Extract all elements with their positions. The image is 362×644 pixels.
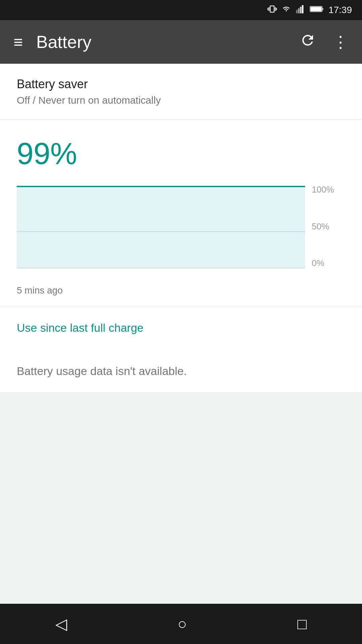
status-bar: 17:39 bbox=[0, 0, 362, 20]
battery-level-section: 99% 100% 50% 0% 5 mins ago bbox=[0, 120, 362, 306]
battery-saver-subtitle: Off / Never turn on automatically bbox=[17, 95, 345, 106]
battery-saver-title: Battery saver bbox=[17, 77, 345, 91]
use-since-section[interactable]: Use since last full charge bbox=[0, 306, 362, 350]
svg-rect-3 bbox=[302, 5, 304, 13]
menu-icon[interactable]: ≡ bbox=[10, 30, 26, 55]
chart-label-50: 50% bbox=[312, 221, 345, 232]
chart-label-100: 100% bbox=[312, 184, 345, 195]
svg-rect-6 bbox=[322, 8, 323, 10]
app-bar: ≡ Battery ⋮ bbox=[0, 20, 362, 64]
vibrate-icon bbox=[267, 4, 277, 16]
battery-saver-section[interactable]: Battery saver Off / Never turn on automa… bbox=[0, 64, 362, 120]
svg-rect-1 bbox=[298, 8, 300, 13]
chart-label-0: 0% bbox=[312, 258, 345, 268]
home-nav-icon[interactable]: ○ bbox=[178, 615, 187, 633]
battery-chart bbox=[17, 184, 305, 278]
chart-labels: 100% 50% 0% bbox=[305, 184, 345, 278]
content-area: Battery saver Off / Never turn on automa… bbox=[0, 64, 362, 393]
time-label: 5 mins ago bbox=[17, 285, 345, 296]
battery-status-icon bbox=[310, 5, 324, 15]
signal-icon bbox=[296, 4, 305, 16]
chart-fill bbox=[17, 186, 305, 268]
bottom-nav: ◁ ○ □ bbox=[0, 604, 362, 644]
battery-usage-message: Battery usage data isn't available. bbox=[17, 365, 187, 377]
battery-chart-container: 100% 50% 0% bbox=[17, 184, 345, 278]
chart-baseline bbox=[17, 268, 305, 268]
chart-midline bbox=[17, 231, 305, 232]
battery-percentage: 99% bbox=[17, 137, 345, 171]
battery-usage-section: Battery usage data isn't available. bbox=[0, 350, 362, 393]
svg-rect-2 bbox=[300, 7, 302, 13]
recent-nav-icon[interactable]: □ bbox=[297, 615, 307, 633]
refresh-icon[interactable] bbox=[296, 29, 319, 55]
status-time: 17:39 bbox=[328, 5, 352, 15]
svg-rect-5 bbox=[310, 7, 321, 11]
more-options-icon[interactable]: ⋮ bbox=[329, 29, 352, 55]
app-title: Battery bbox=[36, 32, 286, 52]
back-nav-icon[interactable]: ◁ bbox=[55, 615, 67, 633]
svg-rect-0 bbox=[296, 10, 298, 13]
wifi-icon bbox=[282, 5, 291, 15]
status-icons: 17:39 bbox=[267, 4, 352, 16]
use-since-link[interactable]: Use since last full charge bbox=[17, 321, 143, 334]
